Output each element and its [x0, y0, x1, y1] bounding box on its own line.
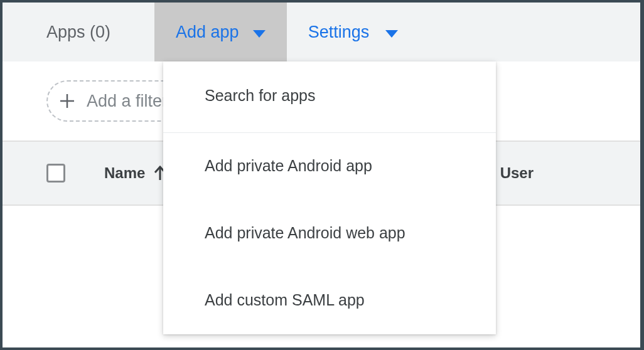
svg-marker-1: [385, 30, 398, 38]
settings-dropdown-button[interactable]: Settings: [287, 3, 420, 61]
add-app-label: Add app: [176, 23, 239, 42]
menu-item-private-android-app[interactable]: Add private Android app: [163, 133, 496, 200]
column-header-name[interactable]: Name: [104, 164, 166, 182]
caret-down-icon: [385, 23, 398, 42]
menu-item-custom-saml-app[interactable]: Add custom SAML app: [163, 267, 496, 334]
column-name-label: Name: [104, 164, 145, 182]
column-header-user[interactable]: User: [500, 164, 640, 182]
add-app-dropdown-button[interactable]: Add app: [154, 3, 287, 61]
add-app-menu: Search for apps Add private Android app …: [163, 61, 496, 334]
app-frame: Apps (0) Add app Settings Add a filter: [0, 0, 644, 350]
caret-down-icon: [253, 23, 266, 42]
page-title: Apps (0): [46, 23, 110, 42]
svg-marker-0: [253, 30, 266, 38]
toolbar: Apps (0) Add app Settings: [3, 3, 640, 61]
settings-label: Settings: [308, 23, 370, 42]
menu-item-private-android-web-app[interactable]: Add private Android web app: [163, 200, 496, 267]
select-all-checkbox[interactable]: [46, 164, 65, 183]
add-filter-label: Add a filter: [87, 92, 168, 111]
menu-item-search-apps[interactable]: Search for apps: [163, 61, 496, 133]
plus-icon: [59, 93, 75, 109]
